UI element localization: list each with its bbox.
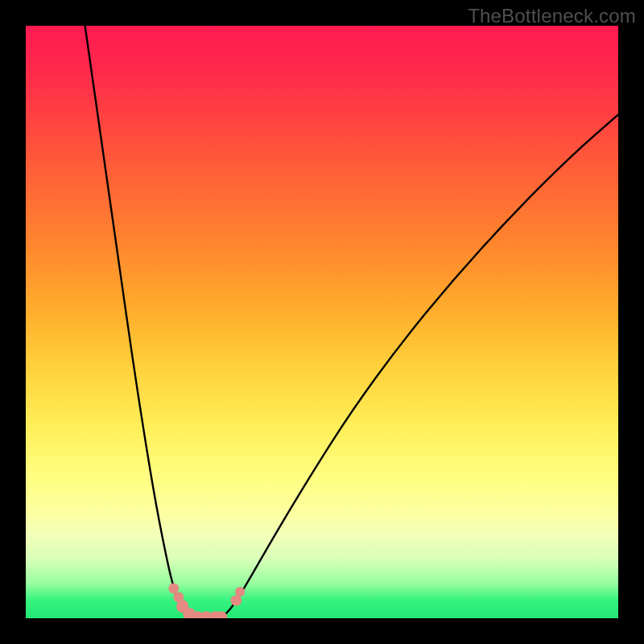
data-marker (236, 587, 246, 597)
bottleneck-curve (26, 26, 618, 618)
watermark-text: TheBottleneck.com (468, 5, 636, 27)
chart-frame: TheBottleneck.com (0, 0, 644, 644)
plot-area (26, 26, 618, 618)
curve-path (85, 26, 618, 618)
